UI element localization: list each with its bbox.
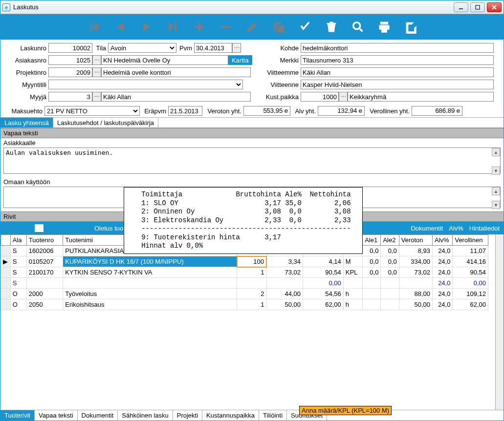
last-record-button[interactable]	[165, 19, 181, 35]
prev-record-button[interactable]	[112, 19, 128, 35]
col-ale2[interactable]: Ale2	[381, 235, 399, 246]
col-tuotenro[interactable]: Tuotenro	[26, 235, 63, 246]
col-verollinen[interactable]: Verollinen	[453, 235, 488, 246]
cell-ale1[interactable]	[363, 289, 381, 299]
cell-tuotenimi[interactable]	[63, 278, 237, 289]
cell-ale2[interactable]: 0,0	[381, 246, 399, 256]
table-row[interactable]: S0,0024,00,00	[1, 278, 488, 289]
tab-projekti[interactable]: Projekti	[173, 410, 202, 421]
cell-ala[interactable]: S	[10, 256, 26, 267]
viitteenne-input[interactable]	[301, 80, 494, 89]
next-record-button[interactable]	[139, 19, 154, 35]
cell-averollinen[interactable]: 62,00	[303, 299, 344, 310]
merkki-input[interactable]	[301, 55, 494, 65]
tab-kustannuspaikka[interactable]: Kustannuspaikka	[202, 410, 259, 421]
trash-button[interactable]	[324, 19, 339, 35]
edit-button[interactable]	[244, 19, 260, 35]
kustpaikka-name-input[interactable]	[348, 92, 494, 102]
projektinro-input[interactable]	[48, 67, 92, 77]
tab-tilionti[interactable]: Tiliöinti	[259, 410, 287, 421]
col-veroton[interactable]: Veroton	[399, 235, 432, 246]
cell-averollinen[interactable]: 90,54	[303, 267, 344, 278]
cell-ale1[interactable]	[363, 299, 381, 310]
cell-yks[interactable]	[343, 278, 362, 289]
tab-tuoterivit[interactable]: Tuoterivit	[0, 410, 35, 421]
asiakasnro-lookup-button[interactable]: ⋯	[92, 55, 101, 65]
cell-averoton[interactable]: 3,34	[266, 256, 303, 267]
cell-yks[interactable]: h	[343, 299, 362, 310]
cell-verollinen[interactable]: 62,00	[453, 299, 488, 310]
first-record-button[interactable]	[86, 19, 102, 35]
cell-tuotenro[interactable]: 2000	[26, 289, 63, 299]
cell-verollinen[interactable]: 109,12	[453, 289, 488, 299]
myyja-input[interactable]	[48, 92, 92, 102]
myyja-name-input[interactable]	[101, 92, 251, 102]
close-button[interactable]	[487, 2, 502, 12]
myyja-lookup-button[interactable]: ⋯	[92, 92, 101, 102]
cell-veroton[interactable]: 50,00	[399, 299, 432, 310]
confirm-button[interactable]	[297, 19, 313, 35]
cell-yks[interactable]: KPL	[343, 267, 362, 278]
cell-tuotenro[interactable]: 0105207	[26, 256, 63, 267]
grid-scrollbar[interactable]	[495, 234, 504, 410]
cell-averoton[interactable]: 73,02	[266, 267, 303, 278]
cell-tuotenro[interactable]: 2100170	[26, 267, 63, 278]
cell-verollinen[interactable]: 11,07	[453, 246, 488, 256]
cell-maara[interactable]: 1	[237, 267, 266, 278]
cell-alv[interactable]: 24,0	[433, 278, 453, 289]
cell-tuotenro[interactable]: 1602006	[26, 246, 63, 256]
dokumentit-link[interactable]: Dokumentit	[411, 225, 443, 232]
tab-lasku-yhteensa[interactable]: Lasku yhteensä	[0, 118, 53, 127]
alv-link[interactable]: Alv%	[449, 225, 463, 232]
cell-ale1[interactable]: 0,0	[363, 256, 381, 267]
cell-ale2[interactable]	[381, 289, 399, 299]
laskunro-input[interactable]	[48, 43, 92, 53]
tab-laskutusehdot[interactable]: Laskutusehdot / laskutuspäiväkirja	[53, 118, 158, 127]
search-button[interactable]	[350, 19, 366, 35]
cell-veroton[interactable]: 73,02	[399, 267, 432, 278]
maksuehto-select[interactable]: 21 PV NETTO	[44, 106, 140, 116]
scroll-up-icon[interactable]: ▲	[492, 187, 500, 195]
cell-maara[interactable]: 1	[237, 299, 266, 310]
cell-maara[interactable]: 2	[237, 289, 266, 299]
cell-veroton[interactable]: 334,00	[399, 256, 432, 267]
cell-verollinen[interactable]: 0,00	[453, 278, 488, 289]
cell-alv[interactable]: 24,0	[433, 256, 453, 267]
cell-veroton[interactable]: 88,00	[399, 289, 432, 299]
cell-maara[interactable]	[237, 278, 266, 289]
print-button[interactable]	[376, 19, 392, 35]
remove-button[interactable]	[218, 19, 234, 35]
cell-ale1[interactable]	[363, 278, 381, 289]
tab-sahkoinen-lasku[interactable]: Sähköinen lasku	[118, 410, 173, 421]
cell-alv[interactable]: 24,0	[433, 289, 453, 299]
calendar-icon[interactable]	[35, 224, 44, 232]
cell-veroton[interactable]: 8,93	[399, 246, 432, 256]
cell-verollinen[interactable]: 90,54	[453, 267, 488, 278]
asiakasnro-input[interactable]	[48, 55, 92, 65]
cell-averollinen[interactable]: 0,00	[303, 278, 344, 289]
kustpaikka-lookup-button[interactable]: ⋯	[339, 92, 348, 102]
hintatiedot-link[interactable]: Hintatiedot	[469, 225, 500, 232]
minimize-button[interactable]	[454, 2, 468, 12]
cell-ala[interactable]: S	[10, 278, 26, 289]
cell-tuotenro[interactable]: 2050	[26, 299, 63, 310]
col-ale1[interactable]: Ale1	[363, 235, 381, 246]
add-button[interactable]	[192, 19, 207, 35]
col-alv[interactable]: Alv%	[433, 235, 453, 246]
projektinro-lookup-button[interactable]: ⋯	[92, 67, 101, 77]
cell-ala[interactable]: S	[10, 267, 26, 278]
cell-ale2[interactable]	[381, 278, 399, 289]
cell-yks[interactable]: h	[343, 289, 362, 299]
tab-dokumentit[interactable]: Dokumentit	[78, 410, 118, 421]
projekti-name-input[interactable]	[101, 67, 251, 77]
col-ala[interactable]: Ala	[10, 235, 26, 246]
cell-ala[interactable]: O	[10, 289, 26, 299]
kartta-button[interactable]: Kartta	[228, 55, 252, 65]
pvm-input[interactable]	[194, 43, 232, 53]
cell-ala[interactable]: S	[10, 246, 26, 256]
cell-averoton[interactable]: 44,00	[266, 289, 303, 299]
cell-ale2[interactable]	[381, 299, 399, 310]
scroll-down-icon[interactable]: ▼	[492, 167, 500, 175]
scroll-up-icon[interactable]: ▲	[492, 148, 500, 156]
export-button[interactable]	[403, 19, 418, 35]
